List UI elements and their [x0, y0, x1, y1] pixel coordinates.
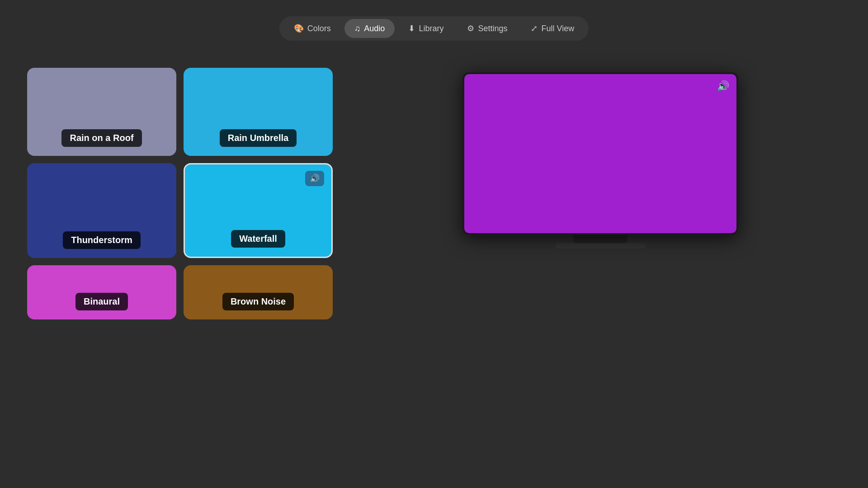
- card-waterfall-label: Waterfall: [231, 230, 285, 248]
- card-rain-on-a-roof-label: Rain on a Roof: [61, 129, 142, 147]
- card-brown-noise[interactable]: Brown Noise: [184, 265, 333, 319]
- card-thunderstorm-label: Thunderstorm: [63, 231, 141, 249]
- card-rain-umbrella[interactable]: Rain Umbrella: [184, 68, 333, 156]
- nav-fullview[interactable]: ⤢ Full View: [521, 19, 584, 38]
- card-rain-umbrella-label: Rain Umbrella: [220, 129, 297, 147]
- nav-fullview-label: Full View: [541, 24, 574, 33]
- monitor-wrapper: 🔊: [360, 68, 841, 249]
- card-rain-on-a-roof[interactable]: Rain on a Roof: [27, 68, 176, 156]
- card-thunderstorm[interactable]: Thunderstorm: [27, 163, 176, 258]
- monitor-base: [555, 243, 646, 249]
- nav-audio[interactable]: ♫ Audio: [344, 19, 395, 38]
- nav-colors-label: Colors: [307, 24, 331, 33]
- monitor-stand: [573, 235, 627, 243]
- fullview-icon: ⤢: [531, 23, 538, 33]
- nav-colors[interactable]: 🎨 Colors: [284, 19, 341, 38]
- top-navigation: 🎨 Colors ♫ Audio ⬇ Library ⚙ Settings ⤢ …: [279, 16, 589, 41]
- settings-icon: ⚙: [467, 23, 474, 33]
- monitor-container: 🔊: [462, 72, 738, 249]
- nav-settings-label: Settings: [478, 24, 507, 33]
- card-brown-noise-label: Brown Noise: [222, 293, 294, 310]
- nav-audio-label: Audio: [364, 24, 385, 33]
- monitor: 🔊: [462, 72, 738, 235]
- audio-grid: Rain on a Roof Rain Umbrella Thunderstor…: [27, 68, 333, 319]
- nav-library[interactable]: ⬇ Library: [398, 19, 453, 38]
- waterfall-playing-icon: 🔊: [305, 171, 324, 186]
- audio-icon: ♫: [354, 24, 361, 33]
- card-binaural[interactable]: Binaural: [27, 265, 176, 319]
- main-content: Rain on a Roof Rain Umbrella Thunderstor…: [0, 68, 868, 319]
- colors-icon: 🎨: [294, 23, 304, 33]
- library-icon: ⬇: [408, 23, 415, 33]
- nav-library-label: Library: [419, 24, 443, 33]
- monitor-screen: [464, 74, 736, 233]
- nav-settings[interactable]: ⚙ Settings: [457, 19, 517, 38]
- card-waterfall[interactable]: 🔊 Waterfall: [184, 163, 333, 258]
- card-binaural-label: Binaural: [75, 293, 128, 310]
- monitor-volume-icon: 🔊: [717, 80, 729, 92]
